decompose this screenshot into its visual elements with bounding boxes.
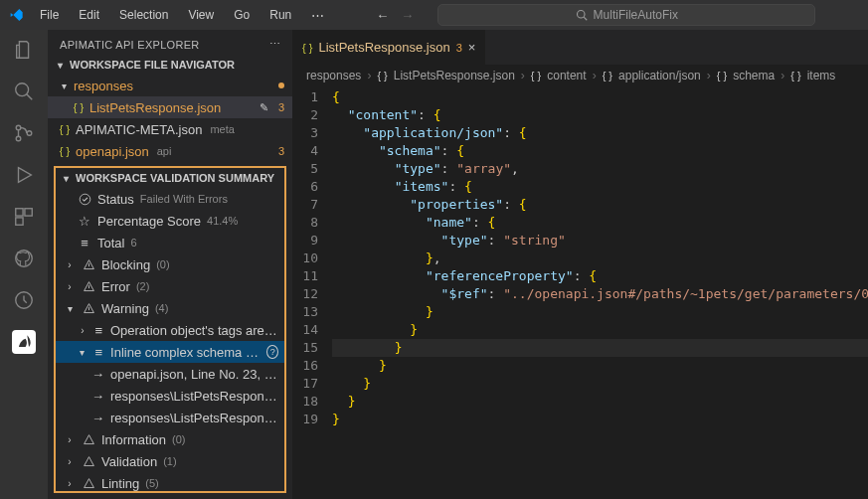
blocking-group[interactable]: › Blocking (0) <box>56 253 284 275</box>
source-control-icon[interactable] <box>12 121 36 145</box>
breadcrumb-item[interactable]: content <box>547 69 586 83</box>
chevron-right-icon: › <box>367 69 371 83</box>
search-icon <box>576 9 588 21</box>
editor-area: { } ListPetsResponse.json 3 × responses … <box>292 30 868 499</box>
menu-selection[interactable]: Selection <box>111 4 176 26</box>
menu-edit[interactable]: Edit <box>71 4 107 26</box>
line-numbers: 12345678910111213141516171819 <box>292 88 332 499</box>
chevron-right-icon: › <box>78 325 87 336</box>
lines-icon: ≡ <box>93 323 104 338</box>
explorer-icon[interactable] <box>12 38 36 62</box>
file-openapi[interactable]: { } openapi.json api 3 <box>48 140 292 162</box>
timeline-icon[interactable] <box>12 288 36 312</box>
modified-dot-icon <box>278 83 284 88</box>
svg-rect-9 <box>16 218 23 225</box>
json-icon: { } <box>58 145 72 157</box>
chevron-right-icon: › <box>64 456 76 467</box>
editor-tabs: { } ListPetsResponse.json 3 × <box>292 30 868 65</box>
warning-icon <box>82 433 95 446</box>
validation-group[interactable]: › Validation (1) <box>56 450 284 472</box>
check-icon <box>78 193 91 206</box>
breadcrumb-item[interactable]: responses <box>306 69 361 83</box>
warning-group[interactable]: ▾ Warning (4) <box>56 297 284 319</box>
command-center[interactable]: MultiFileAutoFix <box>437 4 815 26</box>
menu-view[interactable]: View <box>180 4 222 26</box>
json-icon: { } <box>72 101 86 113</box>
breadcrumb-item[interactable]: schema <box>733 69 775 83</box>
warning-location-openapi[interactable]: → openapi.json, Line No. 23, Line P… <box>56 363 284 385</box>
file-apimatic-meta[interactable]: { } APIMATIC-META.json meta <box>48 118 292 140</box>
run-debug-icon[interactable] <box>12 163 36 187</box>
extensions-icon[interactable] <box>12 205 36 229</box>
svg-rect-7 <box>16 209 23 216</box>
information-group[interactable]: › Information (0) <box>56 428 284 450</box>
breadcrumb-item[interactable]: application/json <box>618 69 701 83</box>
activity-bar <box>0 30 48 499</box>
chevron-right-icon: › <box>781 69 784 83</box>
chevron-down-icon: ▾ <box>78 347 87 358</box>
status-row[interactable]: Status Failed With Errors <box>56 188 284 210</box>
chevron-down-icon: ▾ <box>64 303 76 314</box>
code-content[interactable]: { "content": { "application/json": { "sc… <box>332 88 868 499</box>
section-file-navigator[interactable]: ▾ WORKSPACE FILE NAVIGATOR <box>48 55 292 75</box>
titlebar: File Edit Selection View Go Run ⋯ ← → Mu… <box>0 0 868 30</box>
menu-go[interactable]: Go <box>226 4 258 26</box>
chevron-down-icon: ▾ <box>54 60 66 71</box>
lines-icon: ≡ <box>93 345 104 360</box>
warning-location-listpets-1[interactable]: → responses\ListPetsResponse.json,… <box>56 385 284 407</box>
app-icon <box>8 7 24 23</box>
json-icon: { } <box>377 70 387 82</box>
code-editor[interactable]: 12345678910111213141516171819 { "content… <box>292 86 868 499</box>
brace-icon: { } <box>790 70 800 82</box>
folder-responses[interactable]: ▾ responses <box>48 75 292 96</box>
json-icon: { } <box>58 123 72 135</box>
search-text: MultiFileAutoFix <box>594 8 678 22</box>
warning-icon <box>82 302 95 315</box>
menu-file[interactable]: File <box>32 4 67 26</box>
close-icon[interactable]: × <box>468 40 476 55</box>
total-row[interactable]: ≡ Total 6 <box>56 232 284 253</box>
problem-count: 3 <box>278 145 284 157</box>
breadcrumb-item[interactable]: items <box>807 69 836 83</box>
error-group[interactable]: › Error (2) <box>56 275 284 297</box>
star-icon: ☆ <box>78 214 91 229</box>
section-validation-summary[interactable]: ▾ WORKSPACE VALIDATION SUMMARY <box>56 168 284 188</box>
sidebar-title: APIMATIC API EXPLORER <box>60 39 200 51</box>
nav-back-icon[interactable]: ← <box>376 8 389 23</box>
search-icon[interactable] <box>12 80 36 103</box>
brace-icon: { } <box>603 70 612 82</box>
problem-count: 3 <box>278 101 284 113</box>
apimatic-icon[interactable] <box>12 330 36 354</box>
svg-point-2 <box>16 83 29 96</box>
chevron-down-icon: ▾ <box>58 81 70 91</box>
chevron-right-icon: › <box>521 69 525 83</box>
warning-item-tags-empty[interactable]: › ≡ Operation object's tags are empty … <box>56 319 284 341</box>
arrow-icon: → <box>91 367 104 382</box>
menu-run[interactable]: Run <box>261 4 299 26</box>
warning-item-inline-schema[interactable]: ▾ ≡ Inline complex schema definiti… ? <box>56 341 284 363</box>
svg-point-0 <box>577 11 585 19</box>
github-icon[interactable] <box>12 247 36 270</box>
warning-location-listpets-2[interactable]: → responses\ListPetsResponse.json,… <box>56 407 284 428</box>
chevron-right-icon: › <box>64 281 76 292</box>
chevron-right-icon: › <box>64 434 76 445</box>
nav-forward-icon[interactable]: → <box>401 8 414 23</box>
sidebar: APIMATIC API EXPLORER ⋯ ▾ WORKSPACE FILE… <box>48 30 292 499</box>
chevron-down-icon: ▾ <box>60 173 72 184</box>
sidebar-more-icon[interactable]: ⋯ <box>269 38 280 51</box>
arrow-icon: → <box>91 411 104 425</box>
warning-icon <box>82 280 95 293</box>
menu-more[interactable]: ⋯ <box>303 4 332 27</box>
warning-icon <box>82 455 95 468</box>
svg-rect-8 <box>25 209 32 216</box>
help-icon[interactable]: ? <box>266 345 278 359</box>
svg-line-3 <box>27 94 33 100</box>
json-icon: { } <box>302 42 312 54</box>
linting-group[interactable]: › Linting (5) <box>56 472 284 493</box>
tab-listpetsresponse[interactable]: { } ListPetsResponse.json 3 × <box>292 30 486 65</box>
brace-icon: { } <box>531 70 541 82</box>
file-listpetsresponse[interactable]: { } ListPetsResponse.json ✎ 3 <box>48 96 292 118</box>
breadcrumbs[interactable]: responses › { } ListPetsResponse.json › … <box>292 65 868 86</box>
breadcrumb-item[interactable]: ListPetsResponse.json <box>394 69 515 83</box>
score-row[interactable]: ☆ Percentage Score 41.4% <box>56 210 284 232</box>
